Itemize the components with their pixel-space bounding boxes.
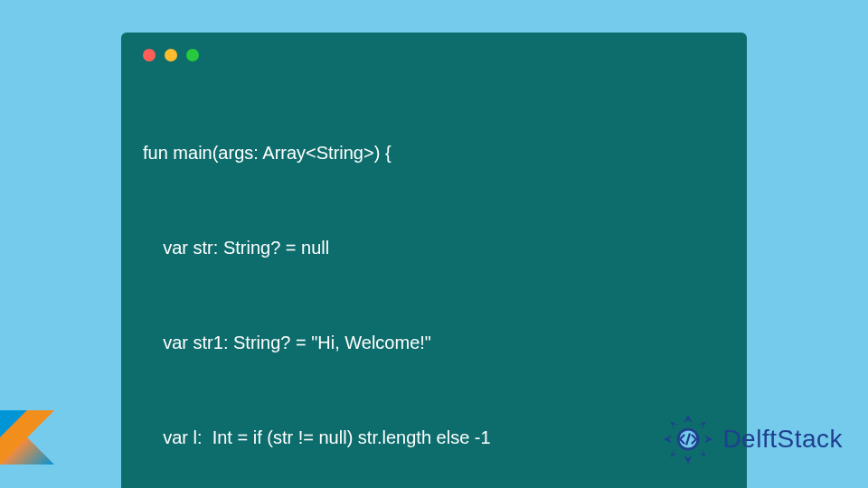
window-controls <box>143 49 725 61</box>
code-block: fun main(args: Array<String>) { var str:… <box>143 74 725 488</box>
minimize-icon <box>165 49 177 61</box>
code-line: var str: String? = null <box>143 232 725 264</box>
brand-name: DelftStack <box>722 425 843 454</box>
delftstack-logo-icon <box>663 414 713 465</box>
close-icon <box>143 49 156 61</box>
code-line: var str1: String? = "Hi, Welcome!" <box>143 327 725 359</box>
svg-marker-7 <box>699 421 706 428</box>
maximize-icon <box>186 49 199 61</box>
code-line: fun main(args: Array<String>) { <box>143 137 725 169</box>
svg-marker-10 <box>671 421 678 428</box>
code-window: fun main(args: Array<String>) { var str:… <box>121 33 747 488</box>
kotlin-logo-icon <box>0 410 54 465</box>
svg-marker-8 <box>699 449 706 456</box>
svg-marker-3 <box>684 415 693 423</box>
svg-marker-9 <box>671 449 678 456</box>
svg-marker-4 <box>704 436 712 444</box>
code-line: var l: Int = if (str != null) str.length… <box>143 422 725 454</box>
brand: DelftStack <box>663 414 843 465</box>
svg-marker-5 <box>684 455 693 464</box>
svg-marker-6 <box>665 436 673 444</box>
